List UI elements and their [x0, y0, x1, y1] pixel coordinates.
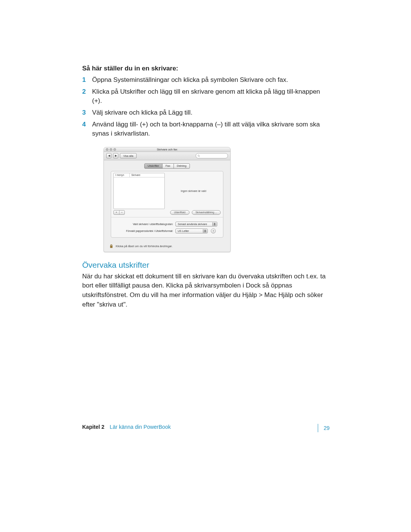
default-printer-label: Vald skrivare i utskriftsdialogrutan: [114, 223, 173, 225]
tab-share[interactable]: Delning [174, 163, 190, 169]
traffic-lights[interactable] [106, 148, 116, 151]
paper-size-select[interactable]: US Letter ▲▼ [175, 228, 208, 233]
step-2: Klicka på Utskrifter och lägg till en sk… [82, 87, 329, 106]
setup-heading: Så här ställer du in en skrivare: [82, 65, 329, 72]
step-1: Öppna Systeminställningar och klicka på … [82, 75, 329, 85]
lock-row[interactable]: Klicka på låset om du vill förhindra änd… [104, 242, 230, 252]
printer-list[interactable]: I menyn Skrivare [113, 173, 165, 209]
window-toolbar: ◀ ▶ Visa alla [104, 152, 230, 160]
chevron-updown-icon: ▲▼ [203, 229, 207, 233]
detail-pane: Ingen skrivare är vald [166, 173, 221, 209]
show-all-button[interactable]: Visa alla [120, 153, 137, 158]
printer-setup-button[interactable]: Skrivarinställning ... [192, 210, 221, 215]
default-printer-select[interactable]: Senast använda skrivare ▲▼ [175, 222, 217, 227]
lock-icon [109, 244, 113, 249]
monitor-heading: Övervaka utskrifter [82, 260, 329, 270]
col-menu: I menyn [114, 173, 130, 177]
page-number: 29 [318, 424, 330, 432]
help-button[interactable]: ? [211, 228, 216, 233]
setup-steps: Öppna Systeminställningar och klicka på … [82, 75, 329, 139]
remove-button[interactable]: − [119, 211, 125, 214]
tab-fax[interactable]: Fax [162, 163, 174, 169]
paper-size-label: Förvald pappersstorlek i Utskriftsformat… [114, 230, 173, 232]
add-button[interactable]: + [114, 211, 119, 214]
footer-title: Lär känna din PowerBook [110, 424, 170, 432]
nav-back-button[interactable]: ◀ [106, 153, 112, 158]
step-4: Använd lägg till- (+) och ta bort-knappa… [82, 120, 329, 139]
content-panel: I menyn Skrivare Ingen skrivare är vald … [111, 171, 223, 238]
window-title: Skrivare och fax [157, 148, 177, 151]
monitor-body: När du har skickat ett dokument till en … [82, 272, 329, 310]
tab-print[interactable]: Utskrifter [144, 163, 162, 169]
print-queue-button[interactable]: Utskriftskö [170, 210, 189, 215]
col-printer: Skrivare [130, 173, 142, 177]
search-input[interactable] [196, 153, 228, 158]
prefs-window: Skrivare och fax ◀ ▶ Visa alla Utskrifte… [104, 147, 231, 252]
nav-forward-button[interactable]: ▶ [113, 153, 118, 158]
tab-bar: Utskrifter Fax Delning [104, 160, 230, 171]
lock-text: Klicka på låset om du vill förhindra änd… [116, 244, 172, 248]
search-icon [198, 155, 200, 157]
footer-chapter: Kapitel 2 [82, 424, 104, 432]
chevron-updown-icon: ▲▼ [212, 222, 217, 226]
add-remove-buttons[interactable]: + − [113, 210, 125, 215]
step-3: Välj skrivare och klicka på Lägg till. [82, 108, 329, 118]
window-titlebar: Skrivare och fax [104, 147, 230, 152]
page-footer: Kapitel 2 Lär känna din PowerBook 29 [82, 424, 330, 432]
